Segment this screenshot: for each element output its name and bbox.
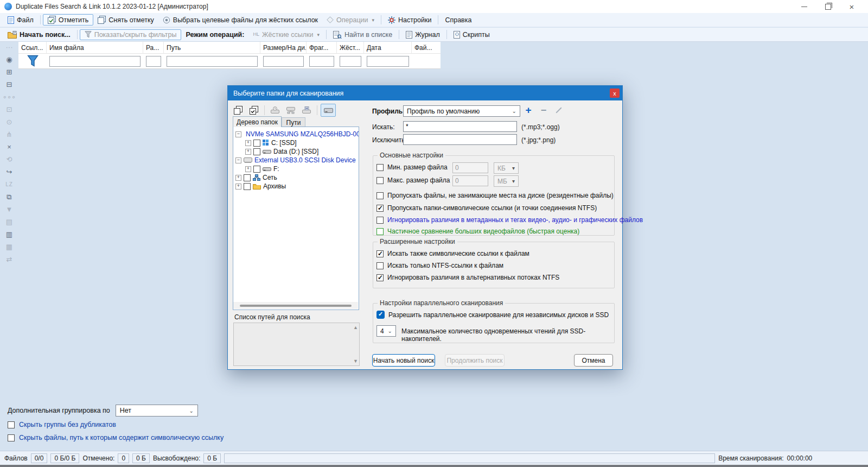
column-extension[interactable]: Ра... [143,42,164,53]
tree-row-c-drive[interactable]: + C: [SSD] [233,138,359,147]
start-search-button[interactable]: Начать поиск... [3,30,75,40]
extra-grouping-combo[interactable]: Нет ⌄ [116,405,198,416]
tree-row-network[interactable]: + Сеть [233,173,359,182]
partial-video-compare-checkbox[interactable] [376,228,384,235]
media-filter-icon[interactable]: ▼ [6,205,13,213]
tree-checkbox[interactable] [253,148,260,155]
tree-checkbox[interactable] [244,174,251,181]
tree-row-external-disk[interactable]: − External USB3.0 SCSI Disk Device [233,156,359,165]
filter-fragments-input[interactable] [309,56,334,67]
min-size-checkbox[interactable] [376,164,384,171]
max-size-checkbox[interactable] [376,177,384,184]
expand-icon[interactable]: + [245,149,251,155]
allow-parallel-scan-checkbox[interactable] [376,311,385,319]
start-new-search-button[interactable]: Начать новый поиск [372,354,435,367]
column-hardlinks[interactable]: Жёст... [337,42,364,53]
collapse-icon[interactable]: − [235,157,241,163]
filter-extension-input[interactable] [146,56,161,67]
expand-icon[interactable]: + [245,140,251,146]
column-size[interactable]: Размер/На ди... [260,42,307,53]
pair-compare-icon[interactable]: ⇄ [7,255,12,263]
network-drives-button[interactable] [284,104,298,116]
film-strip2-icon[interactable]: ▥ [6,230,12,238]
tab-folder-tree[interactable]: Дерево папок [233,116,282,127]
scroll-up-icon[interactable]: ▲ [353,325,358,330]
tree-row-nvme-disk[interactable]: − NVMe SAMSUNG MZALQ256HBJD-00B [233,130,359,138]
expand-icon[interactable]: + [235,175,241,181]
delete-icon[interactable]: × [7,143,11,151]
menu-file[interactable]: Файл [3,15,38,25]
copy-remove-icon[interactable]: ⊟ [7,80,12,89]
tree-row-f-drive[interactable]: + F: [233,165,359,173]
skip-symlink-folders-checkbox[interactable] [376,205,384,212]
scripts-button[interactable]: Скрипты [449,30,494,40]
move-folder-icon[interactable]: ↪ [7,168,12,176]
group-dots-icon[interactable]: ∘∘∘ [3,93,16,101]
copy-dropdown-icon[interactable]: ⧉ [7,193,11,201]
column-path[interactable]: Путь [164,42,260,53]
column-files[interactable]: Фай... [412,42,441,53]
copy-paths-button[interactable] [231,104,245,116]
filter-filename-input[interactable] [49,56,141,67]
remove-profile-button[interactable]: − [537,104,551,116]
ntfs-links-only-checkbox[interactable] [376,262,384,269]
skip-resident-files-checkbox[interactable] [376,192,384,199]
hidden-drives-button[interactable] [299,104,314,116]
search-symlinks-checkbox[interactable] [376,250,384,257]
collapse-icon[interactable]: − [235,131,241,137]
dialog-close-button[interactable]: x [610,89,620,98]
tree-checkbox[interactable] [253,140,260,147]
copy-add-icon[interactable]: ⊞ [7,68,12,76]
menu-help[interactable]: Справка [441,15,476,25]
filter-size-input[interactable] [263,56,304,67]
drag-handle[interactable]: ··· [6,43,13,51]
tree-horizontal-scrollbar[interactable] [233,302,358,309]
tree-checkbox[interactable] [253,166,260,173]
recycle-bin-icon[interactable]: ⟲ [7,155,12,163]
expand-icon[interactable]: + [245,166,251,172]
filter-date-input[interactable] [367,56,409,67]
search-mask-input[interactable] [403,121,517,132]
operation-mode-combo[interactable]: HL Жёсткие ссылки ▾ [248,30,324,40]
toggle-filters-button[interactable]: Показать/скрыть фильтры [80,29,182,40]
hide-groups-checkbox[interactable] [8,421,15,428]
column-date[interactable]: Дата [364,42,412,53]
menu-unmark-button[interactable]: Снять отметку [93,15,158,25]
edit-profile-button[interactable] [552,104,566,116]
link-oldest-icon[interactable]: ⊙ [7,118,12,126]
column-links[interactable]: Ссыл... [18,42,47,53]
column-filename[interactable]: Имя файла [47,42,143,53]
menu-mark-button[interactable]: Отметить [43,14,94,26]
column-fragments[interactable]: Фраг... [307,42,337,53]
add-profile-button[interactable]: + [521,104,535,116]
tab-paths[interactable]: Пути [282,117,305,127]
profile-combo[interactable]: Профиль по умолчанию ⌄ [403,105,520,117]
parallel-threads-combo[interactable]: 4⌄ [376,325,396,337]
film-strip-icon[interactable]: ▤ [6,218,12,226]
cancel-button[interactable]: Отмена [574,354,613,367]
minimize-button[interactable] [792,0,816,13]
ignore-metadata-checkbox[interactable] [376,217,384,224]
preview-eye-icon[interactable]: ◉ [6,55,12,64]
exclude-mask-input[interactable] [403,134,517,145]
tree-checkbox[interactable] [244,183,251,190]
paste-checked-paths-button[interactable] [247,104,261,116]
scrollbar-thumb[interactable] [240,305,352,307]
expand-icon[interactable]: + [235,184,241,190]
scroll-down-icon[interactable]: ▼ [353,358,358,364]
find-in-list-button[interactable]: Найти в списке [329,30,397,40]
restore-button[interactable] [816,0,840,13]
tree-row-archives[interactable]: + Архивы [233,182,359,191]
show-local-drives-button[interactable] [321,104,336,117]
rescan-drives-button[interactable] [268,104,282,116]
menu-operations[interactable]: Операции ▾ [322,15,379,25]
film-strip3-icon[interactable]: ▦ [6,243,12,251]
symlink-icon[interactable]: ⋔ [7,130,12,138]
lz-compress-icon[interactable]: LZ [5,180,13,188]
filter-path-input[interactable] [167,56,258,67]
close-button[interactable]: × [840,0,864,13]
ignore-ntfs-streams-checkbox[interactable] [376,274,384,281]
link-newest-icon[interactable]: ⊡ [7,105,12,113]
filter-hardlinks-input[interactable] [340,56,361,67]
menu-settings[interactable]: Настройки [384,15,436,25]
